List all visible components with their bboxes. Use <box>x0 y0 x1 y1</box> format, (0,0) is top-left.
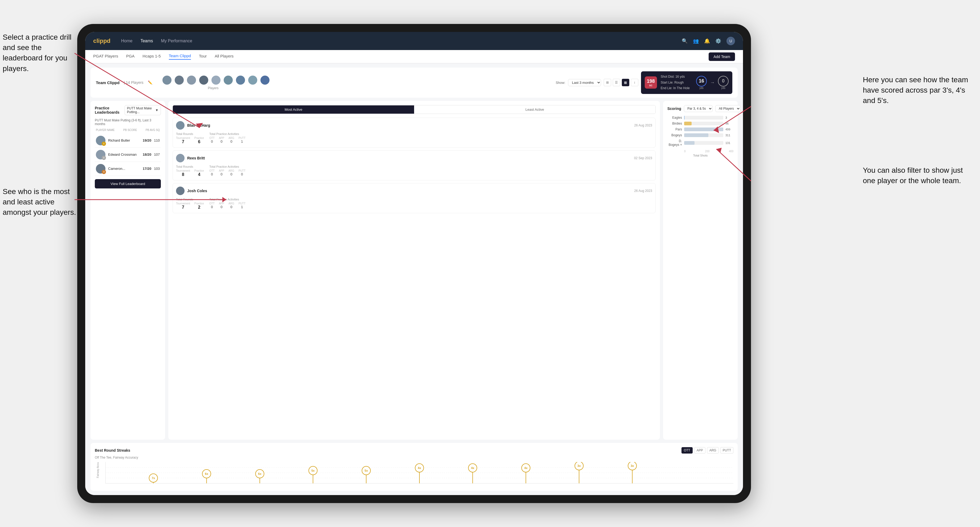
nav-performance[interactable]: My Performance <box>161 39 192 43</box>
subnav-pgat[interactable]: PGAT Players <box>93 54 118 59</box>
search-icon[interactable]: 🔍 <box>682 38 687 44</box>
pc-putt: PUTT 1 <box>239 137 245 143</box>
pc-arg-2: ARG 0 <box>229 169 234 176</box>
bar-fill-eagles <box>684 116 684 119</box>
yds-box-1: 16 yds <box>696 76 707 89</box>
card-view-icon[interactable]: ▦ <box>622 79 629 86</box>
player-card-header-1: Blair McHarg 26 Aug 2023 <box>176 121 652 130</box>
avatar-9 <box>260 75 270 85</box>
bar-eagles: Eagles 3 <box>667 116 733 119</box>
lb-score-3: 17/20 <box>143 167 151 171</box>
least-active-toggle[interactable]: Least Active <box>414 105 655 114</box>
pc-date-3: 26 Aug 2023 <box>634 189 652 193</box>
annotation-right-bottom: You can also filter to show just one pla… <box>863 165 975 186</box>
player-card-header-3: Josh Coles 26 Aug 2023 <box>176 187 652 195</box>
streak-filter-buttons: OTT APP ARG PUTT <box>681 447 733 454</box>
pc-rounds-values: Tournament 7 Practice 6 <box>176 137 204 144</box>
streaks-subtitle: Off The Tee, Fairway Accuracy <box>95 456 733 459</box>
app-button[interactable]: APP <box>694 447 705 454</box>
best-round-streaks-panel: Best Round Streaks OTT APP ARG PUTT Off … <box>91 443 738 491</box>
tablet-frame: clippd Home Teams My Performance 🔍 👥 🔔 ⚙… <box>77 24 751 503</box>
nav-teams[interactable]: Teams <box>140 39 153 43</box>
subnav-tour[interactable]: Tour <box>199 54 207 59</box>
pc-date-2: 02 Sep 2023 <box>634 156 652 160</box>
settings-icon[interactable]: ⚙️ <box>715 38 721 44</box>
team-count: | 14 Players <box>124 80 143 85</box>
most-active-toggle[interactable]: Most Active <box>173 105 414 114</box>
pc-total-practice-2: Total Practice Activities OTT 0 APP 0 <box>209 165 245 177</box>
yds-circle-2: 0 <box>718 76 729 86</box>
people-icon[interactable]: 👥 <box>693 38 699 44</box>
pc-total-practice-3: Total Practice Activities OTT 0 APP 0 <box>209 198 245 210</box>
avatar-8 <box>248 75 258 85</box>
add-team-button[interactable]: Add Team <box>709 52 735 61</box>
pc-avatar-2 <box>176 154 185 162</box>
pc-date-1: 26 Aug 2023 <box>634 124 652 127</box>
pc-tournament-2: Tournament 8 <box>176 169 190 177</box>
lb-avatar-1: 1 <box>96 136 105 145</box>
pc-practice-2: Practice 4 <box>194 169 204 177</box>
practice-col-header: Practice Leaderboards PUTT Must Make Put… <box>95 105 161 115</box>
bell-icon[interactable]: 🔔 <box>704 38 710 44</box>
sort-icon[interactable]: ↕ <box>631 79 638 86</box>
subnav-hcaps[interactable]: Hcaps 1-5 <box>142 54 161 59</box>
avatar-7 <box>235 75 245 85</box>
drill-selector[interactable]: PUTT Must Make Putting... ▼ <box>125 105 161 115</box>
medal-silver: 2 <box>102 156 106 160</box>
bar-pars: Pars 499 <box>667 127 733 131</box>
lb-score-2: 18/20 <box>143 152 151 157</box>
pc-total-rounds: Total Rounds Tournament 7 Practice 6 <box>176 132 204 144</box>
svg-text:4x: 4x <box>524 466 528 470</box>
pc-tournament: Tournament 7 <box>176 137 190 144</box>
ott-button[interactable]: OTT <box>681 447 693 454</box>
lb-score-1: 19/20 <box>143 138 151 142</box>
streaks-header: Best Round Streaks OTT APP ARG PUTT <box>95 447 733 454</box>
scoring-header: Scoring Par 3, 4 & 5s All Players <box>667 105 733 112</box>
yds-circle-1: 16 <box>696 76 707 86</box>
user-avatar[interactable]: U <box>727 37 735 45</box>
pc-app: APP 0 <box>219 137 224 143</box>
par-filter[interactable]: Par 3, 4 & 5s <box>684 105 713 112</box>
view-leaderboard-button[interactable]: View Full Leaderboard <box>95 179 161 189</box>
bar-track-birdies <box>684 122 723 125</box>
subnav-team-clippd[interactable]: Team Clippd <box>169 54 191 60</box>
pc-avatar-3 <box>176 187 185 195</box>
player-avatars-group: Players <box>157 75 270 90</box>
annotation-right-top: Here you can see how the team have score… <box>863 75 975 106</box>
pc-practice-3: Practice 2 <box>194 202 204 210</box>
arrow-icon: → <box>710 80 715 86</box>
putt-button[interactable]: PUTT <box>720 447 733 454</box>
columns: Practice Leaderboards PUTT Must Make Put… <box>91 101 738 440</box>
shot-number: 198 SC <box>645 76 657 89</box>
list-view-icon[interactable]: ☰ <box>613 79 620 86</box>
pc-stats-2: Total Rounds Tournament 8 Practice 4 <box>176 165 652 177</box>
svg-text:3x: 3x <box>631 464 634 467</box>
nav-home[interactable]: Home <box>121 39 133 43</box>
player-avatars <box>162 75 270 85</box>
pc-app-2: APP 0 <box>219 169 224 176</box>
time-range-select[interactable]: Last 3 months <box>568 79 601 86</box>
arg-button[interactable]: ARG <box>707 447 719 454</box>
lb-avg-1: 110 <box>154 138 160 142</box>
avatar-2 <box>174 75 184 85</box>
navbar: clippd Home Teams My Performance 🔍 👥 🔔 ⚙… <box>85 32 743 50</box>
lb-avatar-3: 3 <box>96 164 105 173</box>
lb-avatar-2: 2 <box>96 150 105 159</box>
pc-total-rounds-2: Total Rounds Tournament 8 Practice 4 <box>176 165 204 177</box>
medal-gold: 1 <box>102 141 106 146</box>
pc-total-practice: Total Practice Activities OTT 0 APP 0 <box>209 132 245 144</box>
subnav-pga[interactable]: PGA <box>126 54 135 59</box>
lb-name-2: Edward Crossman <box>108 152 140 157</box>
pc-name-1: Blair McHarg <box>187 123 632 127</box>
pc-stats-1: Total Rounds Tournament 7 Practice 6 <box>176 132 652 144</box>
svg-text:7x: 7x <box>152 476 155 479</box>
subnav-all-players[interactable]: All Players <box>215 54 234 59</box>
svg-text:6x: 6x <box>205 472 208 475</box>
active-player-card-3: Josh Coles 26 Aug 2023 Total Rounds Tour… <box>173 183 655 213</box>
player-filter[interactable]: All Players <box>715 105 741 112</box>
lb-name-3: Cameron... <box>108 167 140 171</box>
bar-fill-dbogeys <box>684 141 695 145</box>
grid-view-icon[interactable]: ⊞ <box>604 79 611 86</box>
active-player-card-1: Blair McHarg 26 Aug 2023 Total Rounds To… <box>173 117 655 148</box>
edit-icon[interactable]: ✏️ <box>148 80 152 85</box>
